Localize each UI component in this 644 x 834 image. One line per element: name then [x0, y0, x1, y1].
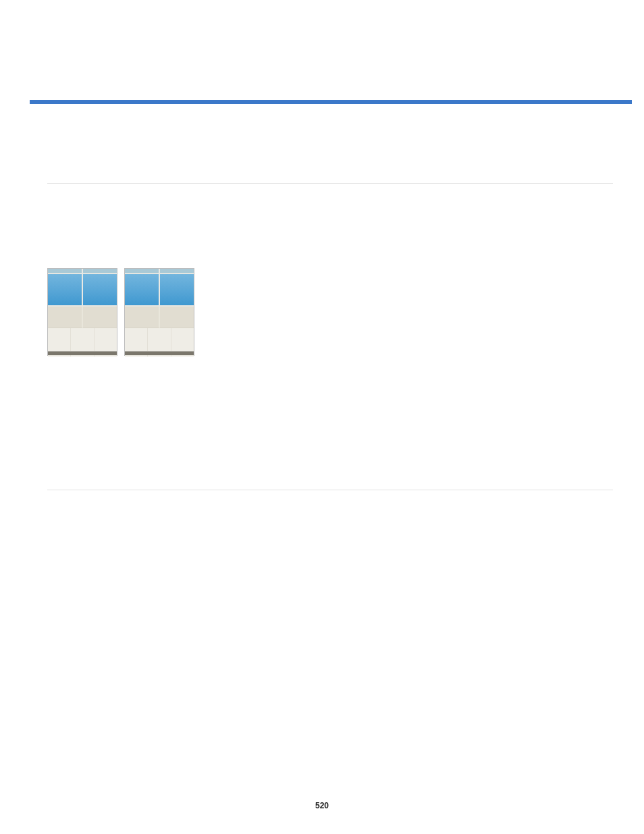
image-sky-icon	[48, 269, 117, 307]
document-page: 520	[0, 0, 644, 834]
section-divider-top	[47, 183, 613, 184]
section-divider-bottom	[47, 490, 613, 490]
thumbnail-image	[47, 268, 117, 356]
header-rule	[30, 100, 632, 104]
thumbnail-image	[124, 268, 194, 356]
page-number: 520	[0, 801, 644, 810]
thumbnail-row	[47, 268, 194, 356]
image-sky-icon	[125, 269, 194, 307]
